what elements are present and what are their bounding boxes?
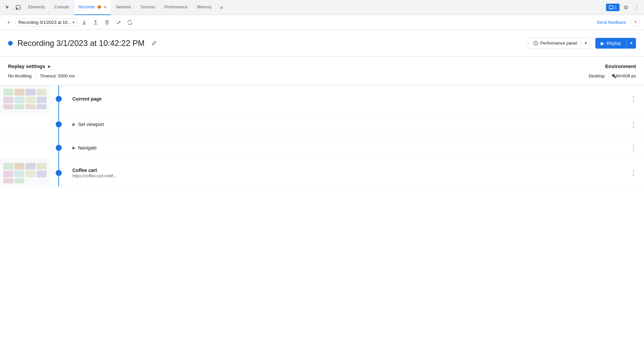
svg-rect-15: [14, 104, 24, 109]
step-group-coffee-cart: Coffee cart https://coffee-cart.netlif..…: [0, 160, 644, 187]
expand-arrow-navigate[interactable]: ▶: [72, 145, 75, 150]
env-type: Desktop: [589, 73, 605, 78]
recording-title: Recording 3/1/2023 at 10:42:22 PM: [17, 39, 145, 48]
step-content-coffee-cart: Coffee cart https://coffee-cart.netlif..…: [67, 160, 628, 186]
more-options-button[interactable]: ⋮: [632, 3, 641, 12]
coffee-cart-url: https://coffee-cart.netlif...: [72, 174, 623, 178]
thumbnail-current-page: [0, 85, 50, 112]
settings-button[interactable]: ⚙: [621, 3, 631, 12]
replay-dropdown-button[interactable]: ▾: [627, 38, 636, 49]
tab-sources[interactable]: Sources: [136, 0, 159, 15]
step-group-header-current-page: Current page ⋮: [0, 85, 644, 112]
chat-icon: [609, 5, 613, 10]
add-recording-button[interactable]: +: [4, 18, 13, 27]
sub-steps-current-page: ▶ Set viewport ⋮ ▶ Navigate ⋮: [0, 112, 644, 159]
svg-rect-25: [25, 171, 36, 177]
tab-bar: Elements Console Recorder ✕ Network Sour…: [0, 0, 644, 15]
recording-header-left: Recording 3/1/2023 at 10:42:22 PM: [8, 39, 528, 48]
step-more-button-coffee-cart[interactable]: ⋮: [628, 168, 639, 178]
delete-icon: [104, 20, 110, 25]
svg-rect-13: [37, 97, 47, 103]
recording-selector[interactable]: Recording 3/1/2023 at 10... ▾: [15, 18, 77, 26]
environment-values: Desktop 640×608 px: [535, 73, 636, 78]
steps-area: Current page ⋮ ▶ Set viewport ⋮: [0, 85, 644, 187]
svg-rect-10: [3, 97, 13, 103]
sub-step-name-navigate: Navigate: [78, 145, 97, 150]
sub-step-navigate: ▶ Navigate ⋮: [0, 136, 644, 159]
environment-title: Environment: [535, 63, 636, 69]
sub-step-content-navigate: ▶ Navigate: [67, 136, 628, 159]
tab-close-recorder[interactable]: ✕: [104, 5, 107, 9]
svg-rect-1: [16, 8, 18, 9]
tab-bar-left: Elements Console Recorder ✕ Network Sour…: [3, 0, 606, 15]
settings-two-col: Replay settings ▶ No throttling Timeout:…: [8, 63, 636, 78]
notification-button[interactable]: 1: [606, 3, 620, 11]
tab-memory[interactable]: Memory: [193, 0, 215, 15]
tab-network[interactable]: Network: [112, 0, 135, 15]
sub-step-more-navigate[interactable]: ⋮: [628, 142, 639, 153]
timeout-value: Timeout: 5000 ms: [40, 73, 75, 78]
toolbar-right: Send feedback ?: [595, 18, 640, 27]
svg-rect-12: [25, 97, 36, 103]
performance-panel-dropdown-button[interactable]: ▾: [582, 38, 590, 49]
settings-header: Replay settings ▶: [8, 63, 535, 69]
svg-rect-19: [3, 163, 13, 170]
edit-title-button[interactable]: [149, 39, 159, 48]
svg-rect-17: [37, 104, 47, 109]
step-more-button-current-page[interactable]: ⋮: [628, 94, 639, 104]
sub-step-more-set-viewport[interactable]: ⋮: [628, 119, 639, 130]
timeline-dot-2: [56, 170, 62, 176]
dock-button[interactable]: [13, 3, 23, 12]
env-divider: [609, 73, 609, 78]
tab-console[interactable]: Console: [50, 0, 73, 15]
step-group-current-page: Current page ⋮ ▶ Set viewport ⋮: [0, 85, 644, 160]
expand-arrow-set-viewport[interactable]: ▶: [72, 122, 75, 127]
settings-values: No throttling Timeout: 5000 ms: [8, 73, 535, 78]
sub-step-spacer-2: [0, 136, 50, 159]
step-over-button[interactable]: [114, 18, 123, 27]
svg-rect-20: [14, 163, 24, 170]
import-button[interactable]: [91, 18, 100, 27]
tab-bar-right: 1 ⚙ ⋮: [606, 3, 641, 12]
settings-col-left: Replay settings ▶ No throttling Timeout:…: [8, 63, 535, 78]
svg-rect-14: [3, 104, 13, 109]
toolbar: + Recording 3/1/2023 at 10... ▾: [0, 15, 644, 30]
svg-rect-16: [25, 104, 36, 109]
svg-rect-3: [609, 6, 613, 9]
edit-icon: [151, 41, 157, 46]
delete-button[interactable]: [102, 18, 112, 27]
svg-rect-22: [37, 163, 47, 170]
import-icon: [93, 20, 98, 25]
svg-point-2: [98, 5, 101, 9]
help-button[interactable]: ?: [631, 18, 640, 27]
svg-rect-27: [3, 178, 13, 183]
step-group-name: Current page: [72, 96, 623, 102]
send-feedback-button[interactable]: Send feedback: [595, 18, 628, 26]
tab-recorder[interactable]: Recorder ✕: [74, 0, 111, 15]
sub-step-name-set-viewport: Set viewport: [78, 122, 104, 127]
tab-elements[interactable]: Elements: [24, 0, 49, 15]
performance-panel-button[interactable]: Performance panel: [528, 38, 582, 49]
svg-rect-26: [37, 171, 47, 177]
svg-rect-23: [3, 171, 13, 177]
sub-step-set-viewport: ▶ Set viewport ⋮: [0, 112, 644, 136]
sub-step-content-set-viewport: ▶ Set viewport: [67, 113, 628, 136]
svg-rect-9: [37, 89, 47, 96]
export-icon: [82, 20, 87, 25]
svg-rect-21: [25, 163, 36, 170]
coffee-cart-name: Coffee cart: [72, 168, 623, 173]
sub-step-timeline-set-viewport: [50, 113, 67, 136]
export-button[interactable]: [79, 18, 89, 27]
loop-button[interactable]: [125, 18, 135, 27]
toolbar-left: + Recording 3/1/2023 at 10... ▾: [4, 18, 592, 27]
settings-expand-arrow[interactable]: ▶: [48, 64, 51, 69]
cursor-tool-button[interactable]: [3, 3, 12, 12]
replay-button[interactable]: ▶ Replay: [595, 38, 627, 49]
svg-rect-24: [14, 171, 24, 177]
sub-step-spacer: [0, 113, 50, 136]
recording-indicator-icon: [97, 5, 102, 9]
timeline-dot: [56, 96, 62, 102]
tab-performance[interactable]: Performance: [160, 0, 192, 15]
more-tabs-button[interactable]: »: [217, 3, 226, 12]
svg-rect-7: [14, 89, 24, 96]
